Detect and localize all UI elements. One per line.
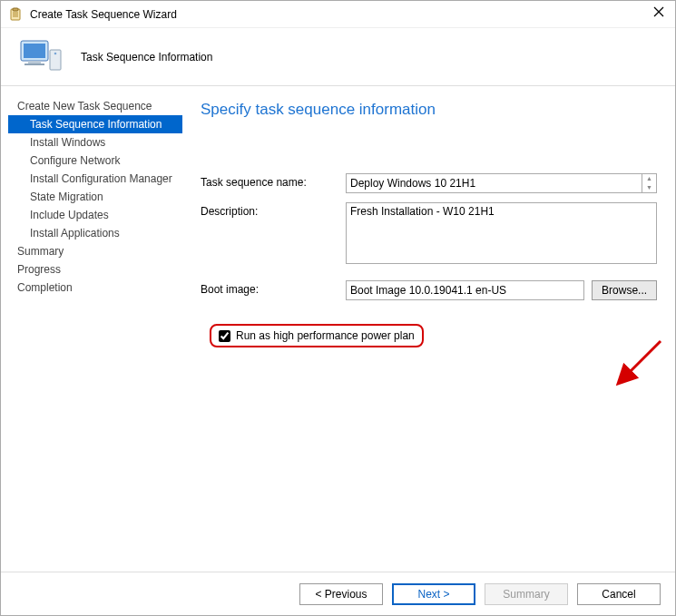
- header: Task Sequence Information: [1, 28, 675, 86]
- high-perf-checkbox[interactable]: [219, 330, 230, 342]
- chevron-up-icon[interactable]: ▲: [642, 174, 656, 183]
- sidebar-item-6[interactable]: Include Updates: [8, 206, 182, 224]
- description-textarea[interactable]: [346, 202, 657, 264]
- boot-image-input[interactable]: [346, 280, 584, 300]
- titlebar: Create Task Sequence Wizard: [1, 1, 675, 28]
- sidebar-item-2[interactable]: Install Windows: [8, 133, 182, 152]
- task-name-field-wrap: ▲ ▼: [346, 173, 657, 193]
- svg-rect-9: [28, 61, 41, 64]
- svg-rect-8: [24, 44, 45, 58]
- sidebar-item-1[interactable]: Task Sequence Information: [8, 115, 182, 133]
- page-heading: Specify task sequence information: [201, 101, 657, 119]
- sidebar-item-5[interactable]: State Migration: [8, 188, 182, 206]
- row-task-name: Task sequence name: ▲ ▼: [201, 173, 657, 193]
- close-icon[interactable]: [650, 5, 668, 23]
- wizard-window: Create Task Sequence Wizard Task Sequenc…: [0, 0, 676, 616]
- arrow-annotation-icon: [611, 337, 665, 391]
- row-boot-image: Boot image: Browse...: [201, 280, 657, 300]
- spinner-controls[interactable]: ▲ ▼: [642, 173, 657, 193]
- high-perf-label: Run as high performance power plan: [236, 329, 415, 342]
- row-description: Description:: [201, 202, 657, 264]
- sidebar-item-0[interactable]: Create New Task Sequence: [8, 97, 182, 115]
- sidebar-item-10[interactable]: Completion: [8, 279, 182, 297]
- label-task-name: Task sequence name:: [201, 173, 346, 189]
- sidebar-item-3[interactable]: Configure Network: [8, 152, 182, 170]
- svg-point-12: [54, 52, 57, 54]
- task-name-input[interactable]: [346, 173, 642, 193]
- next-button[interactable]: Next >: [392, 583, 475, 605]
- chevron-down-icon[interactable]: ▼: [642, 183, 656, 192]
- sidebar: Create New Task SequenceTask Sequence In…: [1, 86, 182, 572]
- previous-button[interactable]: < Previous: [299, 583, 383, 605]
- footer: < Previous Next > Summary Cancel: [1, 572, 675, 615]
- header-title: Task Sequence Information: [81, 51, 212, 64]
- content: Specify task sequence information Task s…: [182, 86, 675, 572]
- browse-button[interactable]: Browse...: [592, 280, 657, 300]
- sidebar-item-8[interactable]: Summary: [8, 242, 182, 260]
- svg-rect-10: [24, 64, 44, 65]
- label-boot-image: Boot image:: [201, 280, 346, 296]
- sidebar-item-9[interactable]: Progress: [8, 260, 182, 279]
- cancel-button[interactable]: Cancel: [577, 583, 661, 605]
- sidebar-item-4[interactable]: Install Configuration Manager: [8, 170, 182, 188]
- label-description: Description:: [201, 202, 346, 218]
- high-perf-checkbox-row: Run as high performance power plan: [210, 324, 424, 347]
- window-title: Create Task Sequence Wizard: [30, 8, 177, 21]
- clipboard-icon: [8, 7, 23, 22]
- svg-line-13: [620, 341, 661, 382]
- svg-rect-1: [13, 8, 18, 11]
- computer-icon: [19, 39, 63, 75]
- summary-button[interactable]: Summary: [485, 583, 568, 605]
- sidebar-item-7[interactable]: Install Applications: [8, 224, 182, 242]
- body: Create New Task SequenceTask Sequence In…: [1, 86, 675, 572]
